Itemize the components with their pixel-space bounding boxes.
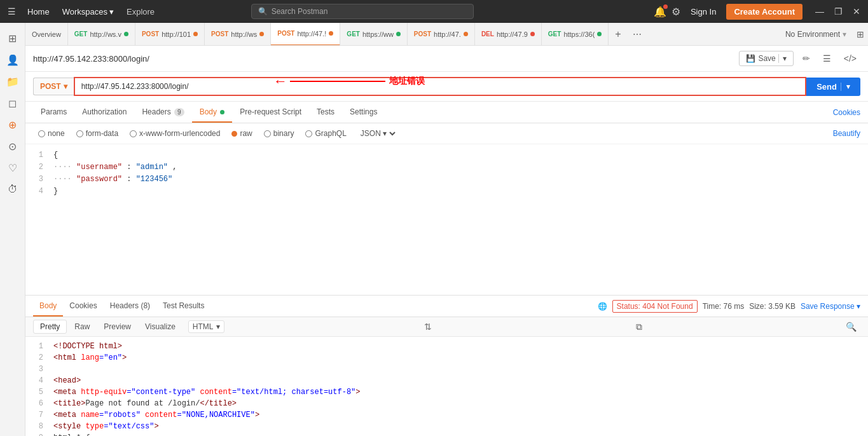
body-opt-graphql-radio[interactable]: [305, 130, 312, 137]
resp-sort-icon[interactable]: ⇅: [420, 320, 436, 333]
resp-line-2: 2 <html lang="en">: [25, 352, 868, 364]
send-dropdown-arrow[interactable]: ▾: [841, 83, 850, 91]
resp-view-tab-raw[interactable]: Raw: [68, 320, 96, 333]
edit-icon[interactable]: ✏: [799, 51, 814, 66]
method-selector[interactable]: POST ▾: [33, 78, 74, 95]
req-tab-settings[interactable]: Settings: [342, 102, 385, 123]
body-opt-binary-radio[interactable]: [264, 130, 271, 137]
body-options-bar: none form-data x-www-form-urlencoded raw…: [25, 123, 868, 144]
response-format-selector[interactable]: HTML ▾: [188, 320, 224, 333]
sidebar-icon-recent[interactable]: ⏱: [3, 179, 23, 200]
code-view-icon[interactable]: </>: [840, 51, 860, 66]
layout-button[interactable]: ⊞: [853, 29, 868, 39]
tab-5[interactable]: GET https://ww: [340, 23, 407, 46]
globe-icon[interactable]: 🌐: [598, 302, 607, 311]
code-editor[interactable]: 1 { 2 ···· "username" : "admin" , 3 ····…: [25, 144, 868, 296]
signin-button[interactable]: Sign In: [685, 4, 721, 19]
minimize-button[interactable]: —: [813, 5, 827, 18]
body-opt-url-encoded-radio[interactable]: [130, 130, 137, 137]
response-view-tabs: Pretty Raw Preview Visualize HTML ▾ ⇅ ⧉ …: [25, 317, 868, 337]
line-content-1: {: [51, 149, 868, 161]
line-content-2: ···· "username" : "admin" ,: [51, 161, 868, 174]
maximize-button[interactable]: ❐: [832, 5, 845, 18]
url-input[interactable]: [74, 77, 807, 96]
cookies-link[interactable]: Cookies: [833, 108, 860, 117]
tab-url-4: http://47.!: [297, 30, 326, 37]
body-opt-binary[interactable]: binary: [259, 127, 300, 140]
settings-icon[interactable]: ⚙: [672, 6, 680, 18]
tab-7[interactable]: DEL http://47.9: [475, 23, 542, 46]
sidebar-icon-environment[interactable]: ⊕: [3, 114, 23, 135]
environment-selector[interactable]: No Environment ▾: [779, 30, 853, 39]
tab-4[interactable]: POST http://47.!: [271, 23, 340, 46]
response-status-area: 🌐 Status: 404 Not Found Time: 76 ms Size…: [598, 300, 860, 313]
req-tab-params[interactable]: Params: [33, 102, 74, 123]
tab-method-7: DEL: [481, 31, 494, 37]
tab-6[interactable]: POST http://47.: [408, 23, 475, 46]
body-opt-raw[interactable]: raw: [226, 127, 257, 140]
req-tab-headers[interactable]: Headers 9: [134, 102, 191, 123]
search-bar[interactable]: 🔍 Search Postman: [251, 4, 474, 19]
save-button[interactable]: 💾 Save ▾: [739, 51, 793, 66]
resp-view-tab-visualize[interactable]: Visualize: [139, 320, 182, 333]
response-size: Size: 3.59 KB: [749, 302, 796, 311]
resp-tab-cookies[interactable]: Cookies: [63, 296, 103, 317]
tab-3[interactable]: POST http://ws: [205, 23, 271, 46]
more-tabs-button[interactable]: ⋯: [628, 29, 647, 39]
resp-view-tab-preview[interactable]: Preview: [97, 320, 137, 333]
tab-url-7: http://47.9: [497, 31, 528, 38]
close-button[interactable]: ✕: [850, 5, 863, 18]
sidebar-icon-home[interactable]: ⊞: [3, 28, 23, 48]
resp-tab-body[interactable]: Body: [33, 296, 63, 317]
tab-dot-3: [259, 32, 264, 36]
send-button[interactable]: Send ▾: [806, 78, 860, 96]
resp-line-6: 6 <title>Page not found at /login/</titl…: [25, 398, 868, 409]
sidebar-icon-history[interactable]: 👤: [3, 50, 23, 70]
sidebar-icon-mock[interactable]: ⊙: [3, 136, 23, 156]
code-line-2: 2 ···· "username" : "admin" ,: [25, 161, 868, 174]
req-tab-body[interactable]: Body: [192, 102, 233, 123]
search-icon: 🔍: [258, 7, 268, 16]
body-opt-graphql[interactable]: GraphQL: [300, 127, 351, 140]
bell-icon[interactable]: 🔔: [654, 6, 666, 18]
beautify-button[interactable]: Beautify: [833, 129, 860, 138]
save-dropdown-arrow[interactable]: ▾: [778, 54, 787, 63]
resp-search-icon[interactable]: 🔍: [842, 320, 860, 333]
req-tab-tests[interactable]: Tests: [309, 102, 342, 123]
req-tab-authorization[interactable]: Authorization: [74, 102, 134, 123]
home-link[interactable]: Home: [24, 4, 53, 19]
response-code-area[interactable]: 1 <!DOCTYPE html> 2 <html lang="en"> 3 4…: [25, 337, 868, 436]
workspaces-dropdown[interactable]: Workspaces ▾: [59, 4, 118, 19]
explore-link[interactable]: Explore: [123, 4, 158, 19]
create-account-button[interactable]: Create Account: [726, 4, 803, 20]
sidebar-icon-collection[interactable]: 📁: [3, 71, 23, 92]
resp-view-tab-pretty[interactable]: Pretty: [33, 320, 67, 334]
tab-8[interactable]: GET https://36(: [542, 23, 609, 46]
body-opt-url-encoded[interactable]: x-www-form-urlencoded: [125, 127, 225, 140]
tab-method-4: POST: [277, 30, 294, 37]
topbar-actions: 🔔 ⚙ Sign In Create Account — ❐ ✕: [654, 4, 863, 20]
status-badge: Status: 404 Not Found: [612, 300, 698, 313]
tab-url-8: https://36(: [563, 31, 595, 38]
body-opt-form-data-radio[interactable]: [76, 130, 83, 137]
tab-overview[interactable]: Overview: [25, 23, 68, 46]
save-response-button[interactable]: Save Response ▾: [801, 302, 860, 311]
tab-2[interactable]: POST http://101: [135, 23, 205, 46]
request-bar-wrapper: POST ▾ Send ▾ ← 地址错误: [25, 72, 868, 102]
menu-icon[interactable]: ☰: [5, 4, 18, 19]
body-opt-none[interactable]: none: [33, 127, 70, 140]
resp-tab-headers[interactable]: Headers (8): [104, 296, 156, 317]
body-opt-form-data[interactable]: form-data: [71, 127, 123, 140]
format-selector[interactable]: JSON ▾: [358, 128, 397, 139]
add-tab-button[interactable]: +: [609, 29, 627, 40]
tab-url-2: http://101: [162, 31, 191, 38]
sidebar-icon-api[interactable]: ◻: [3, 93, 23, 113]
req-tab-pre-request[interactable]: Pre-request Script: [232, 102, 309, 123]
sidebar-icon-monitor[interactable]: ♡: [3, 158, 23, 178]
tab-1[interactable]: GET http://ws.v: [68, 23, 135, 46]
tab-method-6: POST: [414, 31, 431, 37]
description-icon[interactable]: ☰: [819, 51, 835, 66]
body-opt-none-radio[interactable]: [38, 130, 45, 137]
resp-tab-test-results[interactable]: Test Results: [156, 296, 210, 317]
resp-copy-icon[interactable]: ⧉: [632, 320, 646, 334]
